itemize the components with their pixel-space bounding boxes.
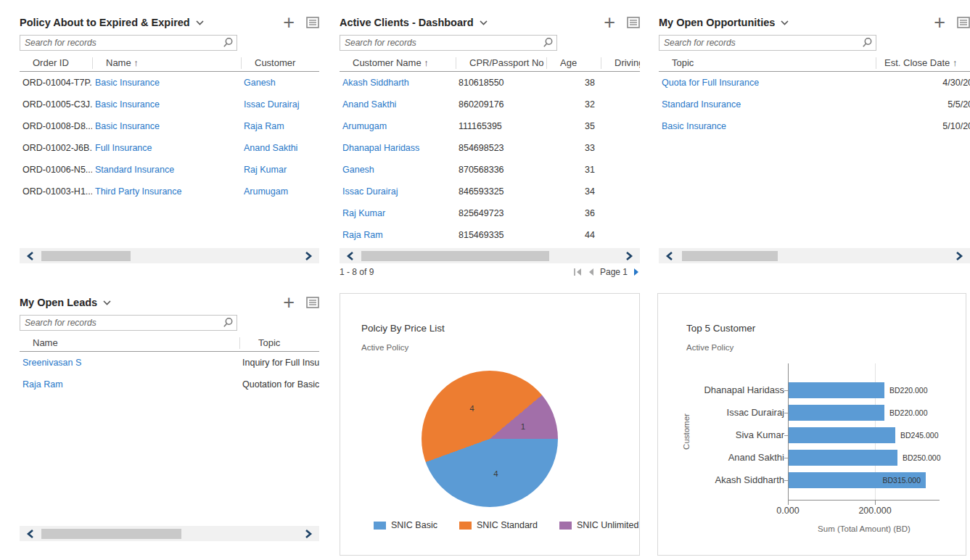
client-link[interactable]: Anand Sakthi bbox=[342, 99, 396, 110]
column-header[interactable]: Name ↑ bbox=[92, 57, 241, 69]
scroll-right-icon[interactable] bbox=[297, 526, 319, 541]
legend-item[interactable]: SNIC Unlimited bbox=[559, 520, 638, 530]
opportunity-link[interactable]: Quota for Full Insurance bbox=[662, 78, 759, 88]
table-row[interactable]: Ganesh 870568336 31 bbox=[340, 159, 640, 181]
table-row[interactable]: Quota for Full Insurance 4/30/201 bbox=[659, 72, 970, 94]
chevron-down-icon[interactable] bbox=[196, 20, 204, 25]
bar[interactable] bbox=[789, 405, 884, 421]
chevron-down-icon[interactable] bbox=[781, 20, 789, 25]
column-header[interactable]: Est. Close Date ↑ bbox=[876, 57, 970, 69]
add-record-button[interactable]: + bbox=[932, 15, 947, 30]
column-header[interactable]: Order ID bbox=[20, 57, 92, 69]
table-row[interactable]: ORD-01006-N5... Standard Insurance Raj K… bbox=[20, 159, 319, 181]
scrollbar-thumb[interactable] bbox=[361, 251, 549, 261]
table-row[interactable]: Raja Ram 815469335 44 bbox=[340, 224, 640, 246]
column-header[interactable]: CPR/Passport No bbox=[456, 57, 546, 69]
table-row[interactable]: ORD-01008-D8... Basic Insurance Raja Ram bbox=[20, 115, 319, 137]
add-record-button[interactable]: + bbox=[602, 15, 617, 30]
search-input[interactable] bbox=[340, 35, 557, 51]
open-grid-button[interactable] bbox=[306, 297, 319, 308]
client-link[interactable]: Issac Durairaj bbox=[342, 186, 398, 197]
column-header[interactable]: Driving E bbox=[601, 57, 640, 69]
customer-link[interactable]: Arumugam bbox=[244, 186, 288, 197]
scrollbar-track[interactable] bbox=[41, 251, 297, 261]
pie-chart[interactable]: 414 bbox=[422, 371, 558, 507]
policy-name-link[interactable]: Basic Insurance bbox=[95, 121, 160, 131]
column-header[interactable]: Topic bbox=[659, 57, 876, 69]
panel-title[interactable]: My Open Leads bbox=[20, 297, 97, 308]
scrollbar-track[interactable] bbox=[41, 529, 297, 539]
policy-name-link[interactable]: Basic Insurance bbox=[95, 78, 160, 88]
previous-page-icon[interactable] bbox=[588, 268, 595, 276]
customer-link[interactable]: Ganesh bbox=[244, 78, 276, 88]
table-row[interactable]: ORD-01004-T7P... Basic Insurance Ganesh bbox=[20, 72, 319, 94]
open-grid-button[interactable] bbox=[306, 17, 319, 28]
column-header[interactable]: Name bbox=[20, 337, 239, 349]
table-row[interactable]: ORD-01002-J6B... Full Insurance Anand Sa… bbox=[20, 137, 319, 159]
policy-name-link[interactable]: Basic Insurance bbox=[95, 99, 160, 110]
search-input[interactable] bbox=[659, 35, 876, 51]
table-row[interactable]: Anand Sakthi 860209176 32 bbox=[340, 94, 640, 115]
scroll-left-icon[interactable] bbox=[20, 526, 41, 541]
scroll-left-icon[interactable] bbox=[20, 248, 41, 263]
scrollbar-track[interactable] bbox=[361, 251, 618, 261]
search-icon[interactable] bbox=[219, 36, 237, 50]
horizontal-scrollbar[interactable] bbox=[340, 248, 640, 263]
opportunity-link[interactable]: Standard Insurance bbox=[662, 99, 741, 110]
table-row[interactable]: Issac Durairaj 846593325 34 bbox=[340, 181, 640, 202]
table-row[interactable]: Akash Siddharth 810618550 38 bbox=[340, 72, 640, 94]
client-link[interactable]: Arumugam bbox=[342, 121, 387, 131]
table-row[interactable]: Sreenivasan S Inquiry for Full Insura bbox=[20, 352, 319, 374]
panel-title[interactable]: Policy About to Expired & Expired bbox=[20, 17, 190, 28]
search-icon[interactable] bbox=[219, 316, 237, 330]
scrollbar-thumb[interactable] bbox=[41, 529, 181, 539]
horizontal-scrollbar[interactable] bbox=[20, 526, 319, 541]
bar[interactable] bbox=[789, 427, 895, 443]
panel-title[interactable]: My Open Opportunities bbox=[659, 17, 775, 28]
customer-link[interactable]: Anand Sakthi bbox=[244, 143, 297, 153]
search-icon[interactable] bbox=[539, 36, 556, 50]
panel-title[interactable]: Active Clients - Dashboard bbox=[340, 17, 474, 28]
search-input[interactable] bbox=[20, 35, 237, 51]
scroll-left-icon[interactable] bbox=[659, 248, 681, 263]
policy-name-link[interactable]: Third Party Insurance bbox=[95, 186, 182, 197]
table-row[interactable]: Basic Insurance 5/10/201 bbox=[659, 115, 970, 137]
scroll-left-icon[interactable] bbox=[340, 248, 361, 263]
search-input[interactable] bbox=[20, 315, 237, 331]
column-header[interactable]: Customer bbox=[241, 57, 319, 69]
client-link[interactable]: Ganesh bbox=[342, 165, 374, 175]
scroll-right-icon[interactable] bbox=[618, 248, 640, 263]
chevron-down-icon[interactable] bbox=[103, 300, 111, 305]
horizontal-scrollbar[interactable] bbox=[659, 248, 970, 263]
table-row[interactable]: ORD-01003-H1... Third Party Insurance Ar… bbox=[20, 181, 319, 202]
horizontal-scrollbar[interactable] bbox=[20, 248, 319, 263]
client-link[interactable]: Raj Kumar bbox=[342, 208, 385, 218]
table-row[interactable]: Dhanapal Haridass 854698523 33 bbox=[340, 137, 640, 159]
policy-name-link[interactable]: Full Insurance bbox=[95, 143, 152, 153]
table-row[interactable]: Standard Insurance 5/5/201 bbox=[659, 94, 970, 115]
table-row[interactable]: Arumugam 111165395 35 bbox=[340, 115, 640, 137]
scrollbar-thumb[interactable] bbox=[682, 251, 778, 261]
legend-item[interactable]: SNIC Basic bbox=[374, 520, 437, 530]
scrollbar-track[interactable] bbox=[681, 251, 948, 261]
opportunity-link[interactable]: Basic Insurance bbox=[662, 121, 726, 131]
next-page-icon[interactable] bbox=[633, 268, 640, 276]
scrollbar-thumb[interactable] bbox=[41, 251, 131, 261]
table-row[interactable]: Raj Kumar 825649723 36 bbox=[340, 202, 640, 224]
client-link[interactable]: Akash Siddharth bbox=[342, 78, 409, 88]
first-page-icon[interactable] bbox=[573, 268, 583, 276]
column-header[interactable]: Topic bbox=[239, 337, 319, 349]
add-record-button[interactable]: + bbox=[281, 295, 296, 310]
open-grid-button[interactable] bbox=[627, 17, 640, 28]
open-grid-button[interactable] bbox=[957, 17, 970, 28]
customer-link[interactable]: Raja Ram bbox=[244, 121, 284, 131]
bar[interactable] bbox=[789, 450, 897, 466]
search-icon[interactable] bbox=[858, 36, 876, 50]
chevron-down-icon[interactable] bbox=[480, 20, 488, 25]
customer-link[interactable]: Issac Durairaj bbox=[244, 99, 299, 110]
scroll-right-icon[interactable] bbox=[948, 248, 970, 263]
lead-link[interactable]: Sreenivasan S bbox=[22, 358, 81, 368]
add-record-button[interactable]: + bbox=[281, 15, 296, 30]
client-link[interactable]: Dhanapal Haridass bbox=[342, 143, 419, 153]
policy-name-link[interactable]: Standard Insurance bbox=[95, 165, 174, 175]
